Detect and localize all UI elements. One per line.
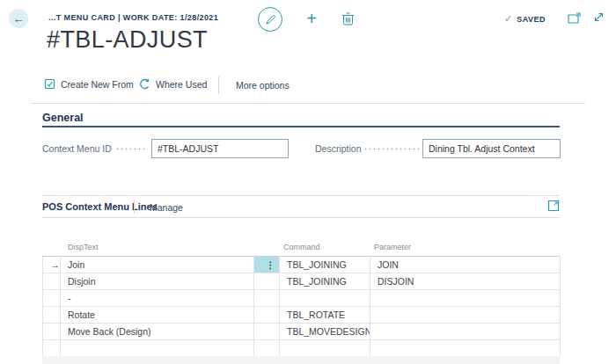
row-context-menu-cell[interactable] — [254, 324, 280, 340]
table-row: Disjoin TBL_JOINING DISJOIN — [43, 273, 561, 290]
dotted-leader — [115, 148, 148, 150]
general-section-header[interactable]: General — [42, 112, 84, 124]
table-row: Move Back (Design) TBL_MOVEDESIGN — [43, 324, 561, 340]
check-icon: ✓ — [504, 13, 512, 25]
expand-arrows-icon — [592, 11, 605, 24]
row-indicator-icon: → — [50, 259, 60, 270]
cell-disptext[interactable]: Move Back (Design) — [61, 324, 254, 340]
column-header-disptext[interactable]: DispText — [68, 243, 99, 251]
cell-command[interactable] — [280, 340, 370, 357]
more-options-label: More options — [236, 80, 290, 91]
row-context-menu-cell[interactable] — [254, 273, 280, 290]
row-context-menu-cell[interactable] — [254, 290, 280, 307]
context-menu-card-page: ← ...T MENU CARD | WORK DATE: 1/28/2021 … — [0, 0, 616, 364]
cell-disptext[interactable]: Disjoin — [61, 273, 254, 290]
row-selector-cell[interactable] — [43, 273, 61, 290]
cell-parameter[interactable] — [370, 324, 561, 340]
create-new-from-label: Create New From — [61, 79, 134, 90]
lines-table: → Join ⋮ TBL_JOINING JOIN Disjoin TBL_JO… — [42, 256, 560, 357]
column-header-parameter[interactable]: Parameter — [374, 243, 411, 251]
dotted-leader — [363, 148, 419, 150]
saved-label: SAVED — [517, 15, 546, 24]
row-selector-cell[interactable] — [43, 290, 61, 307]
page-title: #TBL-ADJUST — [47, 26, 208, 54]
cell-command[interactable]: TBL_JOINING — [280, 273, 370, 290]
row-context-menu-button[interactable]: ⋮ — [254, 257, 280, 273]
row-selector-cell[interactable]: → — [43, 257, 61, 273]
description-field[interactable] — [422, 139, 561, 158]
create-new-from-icon — [44, 78, 55, 90]
pencil-icon — [265, 14, 276, 25]
row-selector-cell[interactable] — [43, 340, 61, 357]
table-row: → Join ⋮ TBL_JOINING JOIN — [43, 257, 561, 273]
open-in-new-window-button[interactable] — [568, 12, 583, 25]
table-row: - — [43, 290, 561, 307]
cell-parameter[interactable] — [370, 340, 561, 357]
save-status: ✓ SAVED — [504, 13, 546, 25]
cell-parameter[interactable]: JOIN — [370, 257, 561, 273]
popout-icon — [568, 12, 583, 25]
cell-command[interactable]: TBL_JOINING — [280, 257, 370, 273]
table-row: Rotate TBL_ROTATE — [43, 307, 561, 324]
general-section-underline — [42, 126, 560, 127]
row-selector-cell[interactable] — [43, 324, 61, 340]
create-new-from-button[interactable]: Create New From — [44, 78, 134, 90]
cell-command[interactable]: TBL_ROTATE — [280, 307, 370, 324]
ellipsis-vertical-icon: ⋮ — [266, 259, 275, 270]
table-footer-strip — [42, 356, 560, 364]
cell-disptext[interactable] — [61, 340, 254, 357]
column-header-command[interactable]: Command — [283, 243, 320, 251]
lines-section-bottom-border — [42, 217, 560, 218]
row-selector-cell[interactable] — [43, 307, 61, 324]
cell-disptext[interactable]: Join — [61, 257, 254, 273]
back-arrow-icon: ← — [13, 12, 25, 25]
action-bar-separator — [31, 103, 585, 104]
row-context-menu-cell[interactable] — [254, 340, 280, 357]
breadcrumb: ...T MENU CARD | WORK DATE: 1/28/2021 — [48, 13, 218, 22]
cell-parameter[interactable] — [370, 290, 561, 307]
where-used-button[interactable]: Where Used — [139, 78, 207, 90]
manage-button[interactable]: Manage — [150, 202, 183, 213]
focus-mode-icon — [547, 200, 560, 212]
cell-disptext[interactable]: - — [61, 290, 254, 307]
back-button[interactable]: ← — [9, 9, 28, 28]
lines-header-divider — [134, 200, 135, 214]
trash-icon — [341, 11, 356, 25]
cell-command[interactable] — [280, 290, 370, 307]
lines-section-top-border — [42, 195, 560, 196]
lines-section-header[interactable]: POS Context Menu Lines — [42, 201, 158, 212]
action-bar-divider — [218, 76, 219, 94]
cell-parameter[interactable]: DISJOIN — [370, 273, 561, 290]
where-used-label: Where Used — [156, 79, 207, 90]
plus-icon: + — [306, 9, 317, 29]
more-options-button[interactable]: More options — [236, 80, 290, 91]
cell-disptext[interactable]: Rotate — [61, 307, 254, 324]
description-label: Description — [315, 143, 362, 154]
edit-button[interactable] — [258, 7, 282, 32]
table-row — [43, 340, 561, 357]
context-menu-id-field[interactable] — [151, 139, 289, 158]
delete-button[interactable] — [341, 11, 356, 26]
cell-command[interactable]: TBL_MOVEDESIGN — [280, 324, 370, 340]
cell-parameter[interactable] — [370, 307, 561, 324]
new-button[interactable]: + — [302, 8, 321, 29]
row-context-menu-cell[interactable] — [254, 307, 280, 324]
where-used-icon — [139, 78, 150, 90]
expand-page-button[interactable] — [592, 11, 605, 24]
context-menu-id-label: Context Menu ID — [42, 143, 112, 154]
focus-mode-button[interactable] — [547, 200, 560, 212]
